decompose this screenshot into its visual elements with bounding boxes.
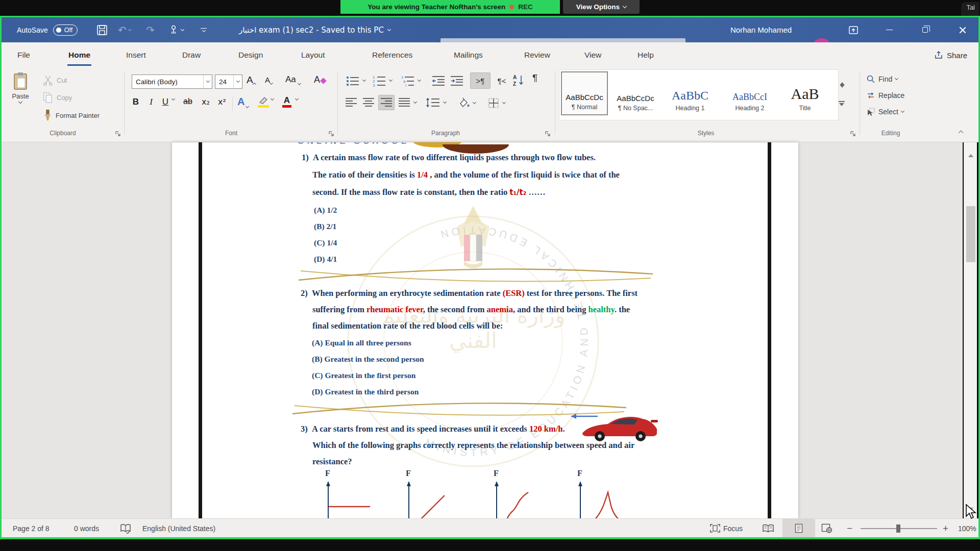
document-page[interactable]: MINISTRY OF EDUCATION AND TECHNICAL EDUC… <box>172 142 798 518</box>
collapse-ribbon-button[interactable] <box>959 128 963 137</box>
tab-review[interactable]: Review <box>522 42 552 67</box>
subscript-button[interactable]: x₂ <box>202 97 210 107</box>
superscript-button[interactable]: x² <box>218 97 226 107</box>
underline-options[interactable] <box>172 99 175 100</box>
scroll-up-button[interactable] <box>968 145 973 155</box>
zoom-in-button[interactable]: + <box>943 519 948 538</box>
user-name[interactable]: Norhan Mohamed <box>730 17 792 42</box>
q3-line3: resistance? <box>312 457 352 467</box>
highlight-button[interactable] <box>258 96 269 108</box>
tab-references[interactable]: References <box>370 42 414 67</box>
shrink-font-button[interactable]: A <box>265 76 273 84</box>
style-normal[interactable]: AaBbCcDc ¶ Normal <box>561 71 608 115</box>
tab-design[interactable]: Design <box>236 42 265 67</box>
shading-button[interactable] <box>457 97 476 109</box>
read-mode-button[interactable] <box>762 519 774 538</box>
close-button[interactable] <box>952 17 973 42</box>
q2-healthy: healthy <box>589 305 615 314</box>
style-heading2[interactable]: AaBbCcI Heading 2 <box>724 71 775 115</box>
save-button[interactable] <box>96 17 108 42</box>
style-heading1[interactable]: AaBbC Heading 1 <box>662 71 718 115</box>
styles-more-button[interactable] <box>839 101 845 106</box>
ribbon-display-options-button[interactable] <box>843 17 864 42</box>
zoom-level[interactable]: 100% <box>958 519 976 538</box>
styles-scroll-down[interactable] <box>840 88 845 97</box>
quick-access-customize-button[interactable] <box>201 17 207 42</box>
text-effects-button[interactable]: A <box>237 96 249 108</box>
tab-mailings[interactable]: Mailings <box>452 42 485 67</box>
strikethrough-button[interactable]: ab <box>183 97 192 106</box>
align-left-button[interactable] <box>345 97 358 108</box>
change-case-button[interactable]: Aa <box>285 74 301 85</box>
format-painter-button[interactable]: Format Painter <box>42 109 100 121</box>
rtl-text-direction-button[interactable]: ¶< <box>493 72 511 89</box>
select-button[interactable]: Select <box>866 107 904 116</box>
cut-button[interactable]: Cut <box>42 74 67 86</box>
paste-button[interactable]: Paste <box>9 71 32 124</box>
chevron-down-icon <box>202 29 205 32</box>
autosave-toggle[interactable]: Off <box>53 24 78 36</box>
highlight-options[interactable] <box>271 99 274 100</box>
share-button[interactable]: Share <box>934 47 967 63</box>
tab-layout[interactable]: Layout <box>299 42 327 67</box>
show-paragraph-marks-button[interactable]: ¶ <box>532 72 537 84</box>
tab-view[interactable]: View <box>582 42 603 67</box>
font-color-button[interactable]: A <box>282 96 291 108</box>
replace-button[interactable]: Replace <box>866 91 904 100</box>
style-no-spacing[interactable]: AaBbCcDc ¶ No Spac... <box>612 71 659 115</box>
zoom-slider-handle[interactable] <box>896 524 900 533</box>
zoom-out-button[interactable]: − <box>847 519 852 538</box>
tab-insert[interactable]: Insert <box>124 42 148 67</box>
styles-dialog-launcher[interactable] <box>850 130 857 137</box>
multilevel-list-button[interactable]: 1ai <box>401 74 421 87</box>
bullets-button[interactable] <box>346 74 365 87</box>
view-options-button[interactable]: View Options <box>563 0 640 14</box>
justify-button[interactable] <box>398 97 416 108</box>
touch-mode-button[interactable] <box>169 17 184 42</box>
scrollbar-thumb[interactable] <box>966 206 975 262</box>
line-spacing-button[interactable] <box>425 97 446 108</box>
style-title[interactable]: AaB Title <box>779 71 830 115</box>
decrease-indent-button[interactable] <box>431 74 446 87</box>
vertical-scrollbar[interactable] <box>964 142 977 518</box>
language-indicator[interactable]: English (United States) <box>142 519 215 538</box>
restore-button[interactable] <box>914 17 936 42</box>
font-name-combobox[interactable]: Calibri (Body) <box>132 74 212 89</box>
tab-home[interactable]: Home <box>66 42 92 67</box>
styles-scroll-up[interactable] <box>840 73 845 83</box>
bold-button[interactable]: B <box>130 97 141 107</box>
sort-button[interactable]: A Z <box>512 73 525 87</box>
align-center-button[interactable] <box>362 97 375 108</box>
tab-help[interactable]: Help <box>635 42 656 67</box>
numbering-button[interactable]: 123 <box>372 74 392 87</box>
print-layout-button[interactable] <box>782 519 815 538</box>
document-title[interactable]: اختبار exam (1) sec2 - Saved to this PC <box>239 17 390 42</box>
borders-button[interactable] <box>487 97 505 109</box>
undo-button[interactable]: ↶ <box>118 17 131 42</box>
copy-button[interactable]: Copy <box>42 92 72 103</box>
underline-button[interactable]: U <box>161 97 170 107</box>
font-color-options[interactable] <box>296 99 298 100</box>
ltr-text-direction-button[interactable]: >¶ <box>470 72 491 89</box>
align-right-button[interactable] <box>378 95 395 110</box>
paragraph-dialog-launcher[interactable] <box>545 130 552 137</box>
font-dialog-launcher[interactable] <box>328 130 335 137</box>
minimize-button[interactable] <box>878 17 900 42</box>
increase-indent-button[interactable] <box>450 74 464 87</box>
find-button[interactable]: Find <box>866 74 898 84</box>
italic-button[interactable]: I <box>146 97 156 107</box>
clipboard-dialog-launcher[interactable] <box>115 130 122 137</box>
word-count[interactable]: 0 words <box>74 519 99 538</box>
tab-draw[interactable]: Draw <box>180 42 203 67</box>
proofing-button[interactable] <box>120 519 131 538</box>
page-indicator[interactable]: Page 2 of 8 <box>13 519 50 538</box>
grow-font-button[interactable]: A <box>247 74 256 86</box>
redo-button[interactable]: ↷ <box>146 17 155 42</box>
focus-label: Focus <box>723 524 743 533</box>
focus-button[interactable]: Focus <box>710 519 743 538</box>
clear-formatting-button[interactable]: A <box>314 74 326 85</box>
font-size-combobox[interactable]: 24 <box>215 74 242 89</box>
web-layout-button[interactable] <box>821 519 832 538</box>
zoom-slider[interactable] <box>861 519 937 538</box>
tab-file[interactable]: File <box>15 42 32 67</box>
